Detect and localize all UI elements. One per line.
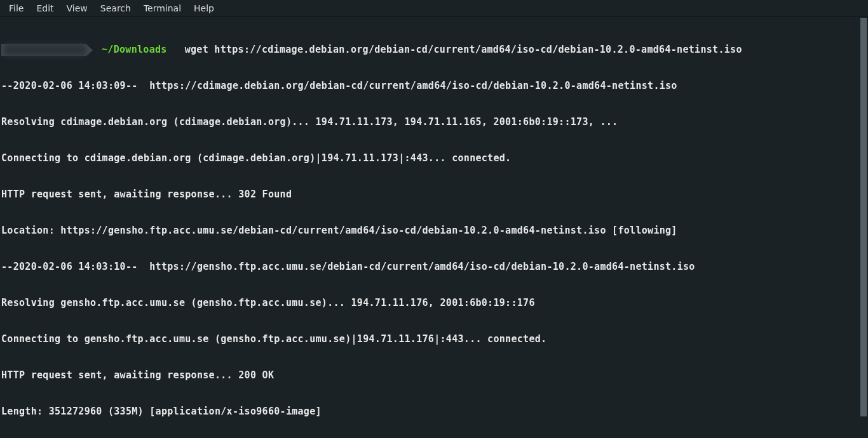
output-line-10: Length: 351272960 (335M) [application/x-…: [1, 406, 867, 418]
output-line-5: Location: https://gensho.ftp.acc.umu.se/…: [1, 225, 867, 237]
terminal-content: ~/Downloadswget https://cdimage.debian.o…: [0, 17, 868, 438]
command-text: wget https://cdimage.debian.org/debian-c…: [179, 44, 742, 56]
output-line-7: Resolving gensho.ftp.acc.umu.se (gensho.…: [1, 297, 867, 309]
terminal-area[interactable]: ~/Downloadswget https://cdimage.debian.o…: [0, 17, 868, 438]
menu-terminal[interactable]: Terminal: [137, 1, 187, 15]
prompt-user-blurred: [4, 44, 86, 56]
prompt-arrow-icon: [86, 44, 93, 56]
prompt-path: ~/Downloads: [93, 44, 172, 56]
scrollbar[interactable]: [860, 18, 867, 416]
prompt-arrow-end-icon: [172, 44, 179, 56]
output-line-9: HTTP request sent, awaiting response... …: [1, 369, 867, 382]
menu-edit[interactable]: Edit: [30, 1, 60, 15]
menu-file[interactable]: File: [3, 1, 30, 15]
output-line-2: Resolving cdimage.debian.org (cdimage.de…: [1, 116, 867, 128]
menubar: File Edit View Search Terminal Help: [0, 0, 868, 17]
menu-search[interactable]: Search: [94, 1, 137, 15]
menu-help[interactable]: Help: [187, 1, 220, 15]
scrollbar-thumb[interactable]: [860, 18, 867, 416]
output-line-6: --2020-02-06 14:03:10-- https://gensho.f…: [1, 261, 867, 273]
output-line-1: --2020-02-06 14:03:09-- https://cdimage.…: [1, 80, 867, 92]
output-line-8: Connecting to gensho.ftp.acc.umu.se (gen…: [1, 333, 867, 345]
menu-view[interactable]: View: [60, 1, 94, 15]
output-line-3: Connecting to cdimage.debian.org (cdimag…: [1, 152, 867, 164]
output-line-4: HTTP request sent, awaiting response... …: [1, 189, 867, 201]
prompt-line: ~/Downloadswget https://cdimage.debian.o…: [1, 44, 867, 56]
